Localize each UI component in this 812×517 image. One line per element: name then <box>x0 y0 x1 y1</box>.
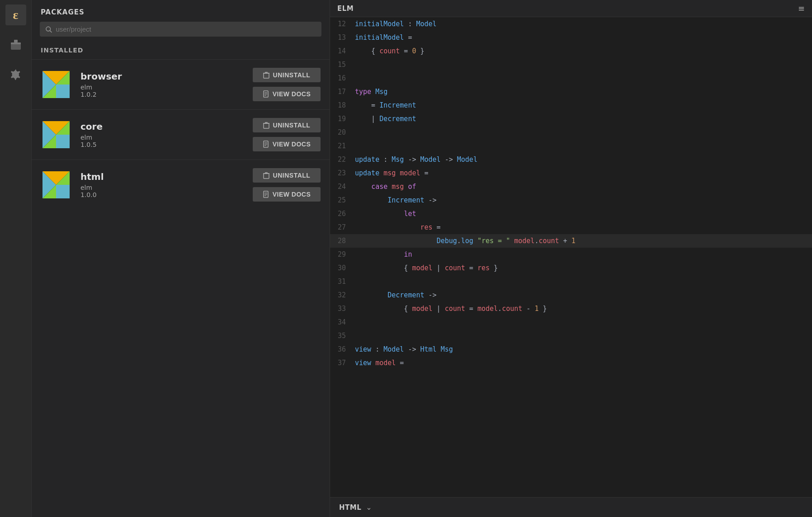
code-line-17: 17 type Msg <box>330 85 812 99</box>
uninstall-button-browser[interactable]: UNINSTALL <box>253 68 321 82</box>
code-line-15: 15 <box>330 58 812 71</box>
html-bar[interactable]: HTML ⌄ <box>330 497 812 517</box>
search-input[interactable] <box>56 25 316 33</box>
package-version-core: 1.0.5 <box>80 141 244 148</box>
elm-logo-html <box>41 169 71 200</box>
code-area[interactable]: 12 initialModel : Model 13 initialModel … <box>330 17 812 497</box>
code-line-37: 37 view model = <box>330 356 812 370</box>
code-line-25: 25 Increment -> <box>330 193 812 207</box>
code-line-12: 12 initialModel : Model <box>330 17 812 31</box>
package-item-core: core elm 1.0.5 UNINSTALL <box>32 109 330 160</box>
packages-panel: PACKAGES INSTALLED browser elm 1.0.2 <box>32 0 330 517</box>
svg-rect-2 <box>14 40 18 42</box>
svg-rect-21 <box>264 123 269 128</box>
code-line-28: 28 Debug.log "res = " model.count + 1 <box>330 234 812 248</box>
code-line-34: 34 <box>330 315 812 329</box>
trash-icon <box>263 172 269 179</box>
code-line-19: 19 | Decrement <box>330 112 812 126</box>
packages-header: PACKAGES <box>32 0 330 22</box>
viewdocs-button-html[interactable]: VIEW DOCS <box>253 187 321 202</box>
elm-logo-browser <box>41 69 71 100</box>
code-panel: ELM ≡ 12 initialModel : Model 13 initial… <box>330 0 812 517</box>
code-line-20: 20 <box>330 126 812 139</box>
package-author-core: elm <box>80 134 244 141</box>
docs-icon <box>263 141 269 148</box>
package-author-browser: elm <box>80 84 244 91</box>
viewdocs-button-browser[interactable]: VIEW DOCS <box>253 87 321 101</box>
svg-line-5 <box>50 30 52 32</box>
uninstall-button-html[interactable]: UNINSTALL <box>253 168 321 183</box>
svg-rect-31 <box>264 174 269 179</box>
package-version-browser: 1.0.2 <box>80 91 244 98</box>
package-name-browser: browser <box>80 71 244 82</box>
code-line-24: 24 case msg of <box>330 180 812 193</box>
docs-icon <box>263 191 269 198</box>
code-line-27: 27 res = <box>330 221 812 234</box>
chevron-down-icon[interactable]: ⌄ <box>366 503 372 512</box>
code-line-33: 33 { model | count = model.count - 1 } <box>330 302 812 315</box>
svg-marker-9 <box>56 85 70 98</box>
search-bar[interactable] <box>40 22 321 37</box>
docs-icon <box>263 90 269 98</box>
code-line-36: 36 view : Model -> Html Msg <box>330 343 812 356</box>
menu-icon[interactable]: ≡ <box>798 4 805 13</box>
sidebar: ε <box>0 0 32 517</box>
package-list: browser elm 1.0.2 UNINSTALL <box>32 59 330 210</box>
trash-icon <box>263 71 269 79</box>
code-line-14: 14 { count = 0 } <box>330 44 812 58</box>
code-line-13: 13 initialModel = <box>330 31 812 44</box>
svg-marker-19 <box>56 135 70 148</box>
code-line-21: 21 <box>330 139 812 153</box>
svg-rect-1 <box>11 42 21 44</box>
package-actions-html: UNINSTALL VIEW DOCS <box>253 168 321 202</box>
package-info-core: core elm 1.0.5 <box>80 121 244 148</box>
package-version-html: 1.0.0 <box>80 191 244 198</box>
sidebar-icon-elm[interactable]: ε <box>5 5 26 25</box>
code-line-16: 16 <box>330 71 812 85</box>
package-info-html: html elm 1.0.0 <box>80 171 244 198</box>
code-line-30: 30 { model | count = res } <box>330 261 812 275</box>
svg-rect-11 <box>264 73 269 78</box>
code-line-18: 18 = Increment <box>330 99 812 112</box>
code-line-32: 32 Decrement -> <box>330 288 812 302</box>
code-line-31: 31 <box>330 275 812 288</box>
code-line-23: 23 update msg model = <box>330 166 812 180</box>
package-info-browser: browser elm 1.0.2 <box>80 71 244 98</box>
package-item-browser: browser elm 1.0.2 UNINSTALL <box>32 59 330 109</box>
editor-tabs: ELM ≡ <box>330 0 812 17</box>
code-line-29: 29 in <box>330 248 812 261</box>
package-name-html: html <box>80 171 244 182</box>
code-line-22: 22 update : Msg -> Model -> Model <box>330 153 812 166</box>
sidebar-icon-settings[interactable] <box>5 64 26 85</box>
svg-marker-29 <box>56 185 70 198</box>
package-name-core: core <box>80 121 244 132</box>
uninstall-button-core[interactable]: UNINSTALL <box>253 118 321 132</box>
package-actions-core: UNINSTALL VIEW DOCS <box>253 118 321 151</box>
package-actions-browser: UNINSTALL VIEW DOCS <box>253 68 321 101</box>
search-icon <box>45 26 52 33</box>
html-bar-label: HTML <box>339 503 361 512</box>
package-item-html: html elm 1.0.0 UNINSTALL <box>32 160 330 210</box>
installed-label: INSTALLED <box>32 45 330 59</box>
elm-logo-core <box>41 119 71 150</box>
svg-point-4 <box>46 27 51 31</box>
code-line-26: 26 let <box>330 207 812 221</box>
editor-tab-elm[interactable]: ELM <box>337 5 354 13</box>
sidebar-icon-packages[interactable] <box>5 34 26 55</box>
package-author-html: elm <box>80 184 244 191</box>
trash-icon <box>263 122 269 129</box>
code-line-35: 35 <box>330 329 812 343</box>
viewdocs-button-core[interactable]: VIEW DOCS <box>253 137 321 151</box>
